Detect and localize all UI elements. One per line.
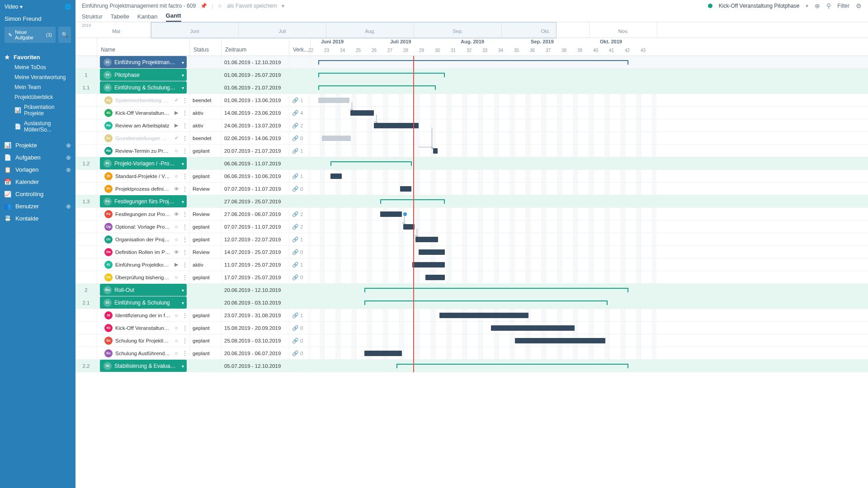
timeline-month[interactable]: Nov. [590,22,657,38]
filter-icon[interactable]: ⚲ [826,2,831,9]
task-row[interactable]: PrProjektprozess definieren👁⋮Review07.07… [75,183,868,195]
group-bracket[interactable] [380,199,445,202]
globe-icon[interactable]: 🌐 [65,4,71,10]
breadcrumb[interactable]: Einführung Projektmanagement mit factro … [82,3,196,9]
name-cell[interactable]: EiEinführung & Schulung Pilotteam▾ [97,81,190,94]
col-date[interactable]: Zeitraum [222,38,289,56]
name-cell[interactable]: EiEinführung & Schulung▾ [97,296,190,309]
chevron-down-icon[interactable]: ▾ [182,60,184,65]
plus-icon[interactable]: ⊕ [66,203,71,210]
name-cell[interactable]: OrOrganisation der Projektlist...○⋮ [97,233,190,245]
more-icon[interactable]: ⋮ [182,350,187,357]
sidebar-fav-item[interactable]: Meine ToDos [5,62,71,72]
name-cell[interactable]: ÜbÜberprüfung bisheriger Pro...○⋮ [97,271,190,283]
chevron-down-icon[interactable]: ▾ [182,199,184,204]
gantt-bar[interactable] [439,313,528,318]
group-bracket[interactable] [330,161,412,164]
chevron-down-icon[interactable]: ▾ [282,3,284,9]
sidebar-nav-kalender[interactable]: 📅Kalender [0,176,75,188]
task-row[interactable]: ÜbÜberprüfung bisheriger Pro...○⋮geplant… [75,271,868,284]
gantt-bar[interactable] [412,262,445,267]
group-row[interactable]: 1PiPilotphase▾01.06.2019 - 25.07.2019 [75,69,868,81]
current-user[interactable]: Simon Freund [0,14,75,27]
gantt-bar[interactable] [515,338,605,343]
name-cell[interactable]: PrProjekt-Vorlagen / -Prozess ent...▾ [97,157,190,169]
task-row[interactable]: EiEinführung Projektkommuni...▶⋮aktiv11.… [75,258,868,271]
task-row[interactable]: KiKick-Off Veranstaltung für ...○⋮geplan… [75,322,868,334]
more-icon[interactable]: ⋮ [182,211,187,217]
more-icon[interactable]: ⋮ [182,173,187,179]
gantt-bar[interactable] [433,148,438,154]
gear-icon[interactable]: ⚙ [856,2,862,9]
more-icon[interactable]: ⋮ [182,97,187,103]
task-row[interactable]: ScSchulung für Projektleiter &...○⋮gepla… [75,334,868,347]
name-cell[interactable]: EiEinführung Projektmanagement ...▾ [97,56,190,68]
more-icon[interactable]: ⋮ [182,122,187,129]
gantt-bar[interactable] [330,174,342,179]
name-cell[interactable]: ScSchulung Ausführende / Pr...○⋮ [97,347,190,359]
col-status[interactable]: Status [190,38,222,56]
more-icon[interactable]: ⋮ [182,249,187,255]
tab-tabelle[interactable]: Tabelle [111,13,129,22]
more-icon[interactable]: ⋮ [182,262,187,268]
gantt-bar[interactable] [350,110,374,116]
sidebar-nav-aufgaben[interactable]: 📄Aufgaben⊕ [0,151,75,164]
plus-icon[interactable]: ⊕ [66,142,71,149]
more-icon[interactable]: ⋮ [182,338,187,344]
more-icon[interactable]: ⋮ [182,110,187,116]
gantt-bar[interactable] [425,275,445,280]
name-cell[interactable]: StStandard-Projekte / Vorlag...○⋮ [97,170,190,182]
save-favorite[interactable]: als Favorit speichern [227,3,277,9]
more-icon[interactable]: ⋮ [182,274,187,281]
task-row[interactable]: ReReview-Termin zu Projektpl...○⋮geplant… [75,145,868,157]
name-cell[interactable]: PiPilotphase▾ [97,69,190,81]
task-row[interactable]: GrGrundeinstellungen Kalend...✓⋮beendet0… [75,132,868,145]
task-row[interactable]: OpOptional: Vorlage Projekt-S...○⋮geplan… [75,221,868,233]
sidebar-nav-vorlagen[interactable]: 📋Vorlagen⊕ [0,164,75,176]
gantt-bar[interactable] [322,136,351,141]
group-bracket[interactable] [318,85,436,88]
group-bracket[interactable] [318,73,445,75]
workspace-selector[interactable]: Video ▾ [5,4,62,10]
star-outline-icon[interactable]: ☆ [217,3,222,9]
name-cell[interactable]: StStabilisierung & Evaluation▾ [97,360,190,372]
gantt-bar[interactable] [415,237,438,242]
group-row[interactable]: 1.1EiEinführung & Schulung Pilotteam▾01.… [75,81,868,94]
add-circle-icon[interactable]: ⊕ [815,2,820,9]
more-icon[interactable]: ⋮ [182,325,187,331]
task-row[interactable]: OrOrganisation der Projektlist...○⋮gepla… [75,233,868,246]
name-cell[interactable]: FeFestlegungen zur Projektpl...👁⋮ [97,208,190,220]
name-cell[interactable]: ScSchulung für Projektleiter &...○⋮ [97,334,190,347]
tab-gantt[interactable]: Gantt [166,12,181,22]
more-icon[interactable]: ⋮ [182,236,187,243]
task-row[interactable]: ScSchulung Ausführende / Pr...○⋮geplant2… [75,347,868,360]
gantt-bar[interactable] [400,186,411,192]
sidebar-fav-doc[interactable]: 📊Präsentation Projekte [5,102,71,118]
more-icon[interactable]: ⋮ [182,224,187,230]
chevron-down-icon[interactable]: ▾ [182,287,184,292]
name-cell[interactable]: ReReview-Termin zu Projektpl...○⋮ [97,145,190,157]
sidebar-nav-kontakte[interactable]: 📇Kontakte [0,212,75,225]
comment-dot-icon[interactable] [403,212,407,216]
plus-icon[interactable]: ⊕ [66,166,71,173]
gantt-bar[interactable] [364,351,402,356]
gantt-bar[interactable] [318,98,349,103]
gantt-bar[interactable] [380,211,402,217]
name-cell[interactable]: ReReview am Arbeitsplatz▶⋮ [97,119,190,131]
task-row[interactable]: FeFestlegungen zur Projektpl...👁⋮Review2… [75,208,868,221]
favorites-header[interactable]: ★Favoriten [5,52,71,62]
task-row[interactable]: ReReview am Arbeitsplatz▶⋮aktiv24.06.201… [75,119,868,132]
name-cell[interactable]: DeDefinition Rollen im Projekt👁⋮ [97,246,190,258]
filter-label[interactable]: Filter [837,3,849,9]
task-row[interactable]: KiKick-Off Veranstaltung Pilo...▶⋮aktiv1… [75,107,868,119]
sidebar-nav-controlling[interactable]: 📈Controlling [0,188,75,200]
more-icon[interactable]: ⋮ [182,186,187,192]
sidebar-fav-item[interactable]: Mein Team [5,82,71,92]
sidebar-nav-benutzer[interactable]: 👥Benutzer⊕ [0,200,75,212]
name-cell[interactable]: SySystemvorbereitung & Begl...✓⋮ [97,94,190,106]
col-links[interactable]: Verk... [289,38,311,56]
group-row[interactable]: 1.2PrProjekt-Vorlagen / -Prozess ent...▾… [75,157,868,170]
group-row[interactable]: 1.3FeFestlegungen fürs Projektmana...▾27… [75,195,868,208]
timeline-overview[interactable]: 2019 MaiJuniJuliAug.Sep.Okt.Nov. [75,22,868,38]
task-row[interactable]: DeDefinition Rollen im Projekt👁⋮Review14… [75,246,868,258]
